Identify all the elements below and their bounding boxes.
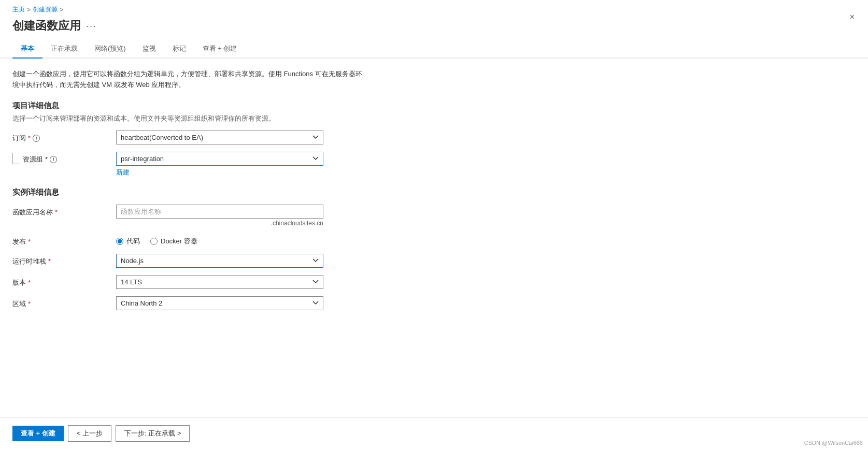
review-create-button[interactable]: 查看 + 创建 [12, 426, 64, 441]
version-control: 14 LTS [116, 275, 323, 289]
publish-code-radio[interactable] [116, 238, 123, 245]
resource-group-select[interactable]: psr-integration [116, 152, 323, 166]
breadcrumb-sep1: > [27, 6, 31, 13]
subscription-control: heartbeat(Converted to EA) [116, 131, 323, 144]
main-content: 创建一个函数应用，使用它可以将函数分组为逻辑单元，方便管理、部署和共享资源。使用… [0, 59, 868, 417]
function-app-name-label: 函数应用名称 * [12, 205, 116, 217]
subscription-select-wrapper: heartbeat(Converted to EA) [116, 131, 323, 144]
function-app-name-control: .chinacloudsites.cn [116, 205, 323, 227]
publish-docker-label: Docker 容器 [161, 237, 197, 246]
subscription-row: 订阅 * i heartbeat(Converted to EA) [12, 131, 427, 144]
publish-control: 代码 Docker 容器 [116, 234, 323, 246]
resource-group-control: psr-integration 新建 [116, 152, 323, 177]
resource-group-indent: 资源组 * i [12, 152, 116, 164]
tab-basic[interactable]: 基本 [12, 40, 42, 59]
project-section-title: 项目详细信息 [12, 101, 856, 111]
publish-radio-group: 代码 Docker 容器 [116, 234, 323, 246]
indent-bracket [12, 153, 20, 164]
region-control: China North 2 [116, 296, 323, 310]
breadcrumb-create[interactable]: 创建资源 [33, 5, 58, 14]
title-more-button[interactable]: ··· [86, 21, 97, 32]
region-row: 区域 * China North 2 [12, 296, 427, 310]
instance-section-title: 实例详细信息 [12, 187, 856, 197]
runtime-stack-required: * [48, 257, 51, 265]
resource-group-row: 资源组 * i psr-integration 新建 [12, 152, 427, 177]
tab-review[interactable]: 查看 + 创建 [194, 40, 246, 59]
instance-section: 实例详细信息 [12, 187, 856, 197]
publish-docker-option[interactable]: Docker 容器 [150, 237, 197, 246]
runtime-stack-select-wrapper: Node.js [116, 254, 323, 268]
page-description: 创建一个函数应用，使用它可以将函数分组为逻辑单元，方便管理、部署和共享资源。使用… [12, 69, 365, 91]
resource-group-new-link[interactable]: 新建 [116, 168, 130, 177]
runtime-stack-label: 运行时堆栈 * [12, 254, 116, 266]
next-button[interactable]: 下一步: 正在承载 > [116, 425, 190, 442]
tab-tags[interactable]: 标记 [164, 40, 194, 59]
resource-group-info-icon[interactable]: i [50, 156, 57, 163]
version-label: 版本 * [12, 275, 116, 287]
function-app-name-required: * [55, 208, 58, 216]
breadcrumb: 主页 > 创建资源 > [0, 0, 868, 16]
prev-button[interactable]: < 上一步 [68, 425, 111, 442]
title-row: 创建函数应用 ··· × [0, 16, 868, 40]
breadcrumb-sep2: > [60, 6, 63, 13]
version-required: * [28, 279, 31, 286]
version-select[interactable]: 14 LTS [116, 275, 323, 289]
runtime-stack-row: 运行时堆栈 * Node.js [12, 254, 427, 268]
footer: 查看 + 创建 < 上一步 下一步: 正在承载 > [0, 417, 868, 449]
breadcrumb-home[interactable]: 主页 [12, 5, 25, 14]
subscription-required: * [28, 134, 31, 142]
resource-group-select-wrapper: psr-integration [116, 152, 323, 166]
tab-hosting[interactable]: 正在承载 [42, 40, 86, 59]
subscription-select[interactable]: heartbeat(Converted to EA) [116, 131, 323, 144]
tab-monitor[interactable]: 监视 [134, 40, 164, 59]
subscription-info-icon[interactable]: i [33, 135, 40, 142]
tabs-container: 基本 正在承载 网络(预览) 监视 标记 查看 + 创建 [0, 40, 868, 59]
region-select-wrapper: China North 2 [116, 296, 323, 310]
publish-row: 发布 * 代码 Docker 容器 [12, 234, 427, 247]
subscription-label: 订阅 * i [12, 131, 116, 143]
close-button[interactable]: × [847, 10, 858, 24]
publish-required: * [28, 238, 31, 245]
function-app-name-input[interactable] [116, 205, 323, 219]
resource-group-required: * [45, 155, 48, 163]
page-title: 创建函数应用 [12, 18, 81, 34]
page-container: 主页 > 创建资源 > 创建函数应用 ··· × 基本 正在承载 网络(预览) … [0, 0, 868, 449]
region-required: * [28, 300, 31, 308]
domain-suffix: .chinacloudsites.cn [116, 220, 323, 227]
region-select[interactable]: China North 2 [116, 296, 323, 310]
publish-code-label: 代码 [126, 237, 140, 246]
region-label: 区域 * [12, 296, 116, 309]
project-section-subtitle: 选择一个订阅来管理部署的资源和成本。使用文件夹等资源组组织和管理你的所有资源。 [12, 114, 365, 123]
tab-network[interactable]: 网络(预览) [86, 40, 134, 59]
watermark: CSDN @WilsonCai666 [804, 440, 863, 446]
version-select-wrapper: 14 LTS [116, 275, 323, 289]
function-app-name-row: 函数应用名称 * .chinacloudsites.cn [12, 205, 427, 227]
version-row: 版本 * 14 LTS [12, 275, 427, 289]
runtime-stack-control: Node.js [116, 254, 323, 268]
publish-code-option[interactable]: 代码 [116, 237, 140, 246]
resource-group-label: 资源组 * i [23, 152, 57, 164]
runtime-stack-select[interactable]: Node.js [116, 254, 323, 268]
publish-label: 发布 * [12, 234, 116, 247]
publish-docker-radio[interactable] [150, 238, 158, 245]
